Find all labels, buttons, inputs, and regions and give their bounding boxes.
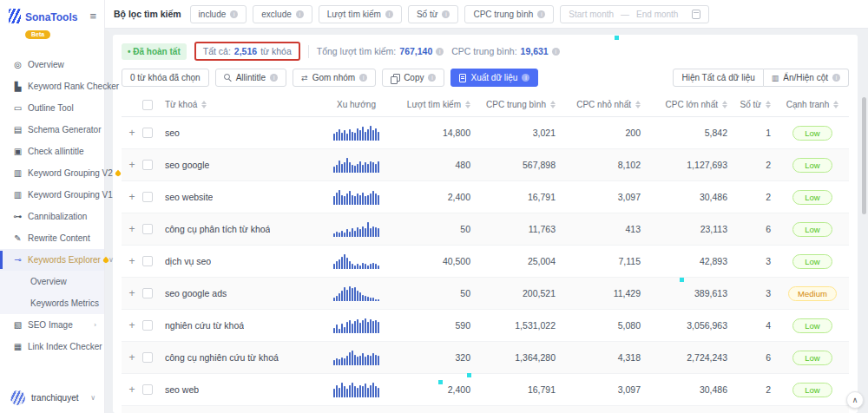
spark-bar <box>336 132 338 141</box>
spark-bar <box>375 355 377 365</box>
info-icon[interactable]: i <box>436 48 444 56</box>
spark-bar <box>378 322 379 333</box>
sidebar-item-keyword-grouping-v1[interactable]: ▥Keyword Grouping V1 <box>0 184 104 206</box>
sort-icon[interactable] <box>550 101 556 108</box>
row-checkbox[interactable] <box>142 256 153 266</box>
row-checkbox[interactable] <box>142 128 153 138</box>
date-range-picker[interactable]: Start month — End month <box>560 5 709 23</box>
spark-bar <box>344 327 345 333</box>
filter-chip-cpc-trung-b-nh[interactable]: CPC trung bìnhi <box>464 5 554 23</box>
spark-bar <box>352 383 353 397</box>
sort-icon[interactable] <box>201 101 207 108</box>
row-checkbox[interactable] <box>142 384 153 395</box>
column-header-kw[interactable]: Từ khoá <box>122 100 315 110</box>
expand-row-button[interactable]: + <box>122 159 142 171</box>
sidebar-item-overview[interactable]: ◎Overview <box>0 54 104 75</box>
total-keywords-box[interactable]: Tất cả: 2,516 từ khóa <box>194 42 300 61</box>
expand-row-button[interactable]: + <box>122 319 142 331</box>
sort-icon[interactable] <box>766 101 771 108</box>
sidebar-item-label: Overview <box>28 60 64 69</box>
end-month-placeholder[interactable]: End month <box>636 10 678 19</box>
row-checkbox[interactable] <box>142 224 153 234</box>
start-month-placeholder[interactable]: Start month <box>569 10 614 19</box>
toggle-columns-button[interactable]: ▥ Ẩn/Hiện cột i <box>764 69 849 87</box>
spark-bar <box>336 385 338 397</box>
merge-icon: ⇄ <box>301 74 308 82</box>
spark-bar <box>359 266 361 269</box>
row-checkbox[interactable] <box>142 288 153 298</box>
range-separator: — <box>621 10 629 19</box>
expand-row-button[interactable]: + <box>122 384 142 396</box>
user-menu[interactable]: tranchiquyet ∨ <box>0 390 104 405</box>
sidebar-item-outline-tool[interactable]: ▭Outline Tool <box>0 97 104 119</box>
column-header-comp[interactable]: Cạnh tranh <box>776 100 849 109</box>
sort-icon[interactable] <box>635 101 641 108</box>
trend-cell <box>315 189 398 205</box>
back-to-top-button[interactable]: ∧ <box>846 391 864 409</box>
cpc-max-cell: 23,113 <box>646 224 733 234</box>
spark-bar <box>352 324 353 333</box>
row-checkbox[interactable] <box>142 352 153 363</box>
sidebar-subitem-keywords-metrics[interactable]: Keywords Metrics <box>0 292 104 314</box>
sort-icon[interactable] <box>833 101 838 108</box>
hamburger-menu-icon[interactable]: ≡ <box>89 10 96 23</box>
copy-button[interactable]: Copy i <box>382 69 444 87</box>
expand-row-button[interactable]: + <box>122 127 142 139</box>
column-header-cpc_avg[interactable]: CPC trung bình <box>476 100 561 109</box>
filter-chip-l-t-t-m-ki-m[interactable]: Lượt tìm kiếmi <box>319 5 402 23</box>
column-header-cpc_max[interactable]: CPC lớn nhất <box>646 100 733 109</box>
spark-bar <box>333 233 335 237</box>
export-data-button[interactable]: Xuất dữ liệu i <box>450 69 538 87</box>
vertical-scrollbar[interactable] <box>862 97 866 214</box>
sidebar-item-keyword-grouping-v2[interactable]: ▥Keyword Grouping V2 <box>0 162 104 184</box>
sidebar-item-cannibalization[interactable]: ⊶Cannibalization <box>0 206 104 227</box>
expand-row-button[interactable]: + <box>122 223 142 235</box>
cpc-min-cell: 7,115 <box>561 256 646 266</box>
selected-keywords-button[interactable]: 0 từ khóa đã chọn <box>122 69 209 87</box>
spark-bar <box>357 264 358 269</box>
filter-chip-s-t-[interactable]: Số từi <box>408 5 458 23</box>
group-keywords-button[interactable]: ⇄ Gom nhóm i <box>293 69 376 87</box>
sort-asc-caret <box>635 101 641 104</box>
spark-bar <box>354 287 356 301</box>
select-all-checkbox[interactable] <box>142 100 153 110</box>
filter-chip-exclude[interactable]: excludei <box>253 5 312 23</box>
allintitle-button[interactable]: Allintitle i <box>215 69 286 87</box>
info-icon: i <box>385 10 393 18</box>
filter-chip-label: Lượt tìm kiếm <box>327 10 381 19</box>
info-icon[interactable]: i <box>552 48 560 56</box>
filter-chip-include[interactable]: includei <box>190 5 247 23</box>
sidebar-item-keyword-rank-checker[interactable]: ▙Keyword Rank Checker <box>0 75 104 97</box>
spark-bar <box>333 298 335 301</box>
sidebar-item-link-index-checker[interactable]: ▦Link Index Checker <box>0 336 104 357</box>
chevron-down-icon: ∨ <box>108 256 114 264</box>
sidebar-item-check-allintitle[interactable]: ▣Check allintitle <box>0 141 104 162</box>
spark-bar <box>344 254 345 269</box>
sort-icon[interactable] <box>465 101 470 108</box>
competition-cell: Low <box>776 222 849 237</box>
expand-row-button[interactable]: + <box>122 255 142 267</box>
column-header-words[interactable]: Số từ <box>733 100 776 109</box>
sidebar-item-keywords-explorer[interactable]: ⊸Keywords Explorer∨ <box>0 249 104 271</box>
show-all-data-button[interactable]: Hiện Tất cả dữ liệu <box>673 69 763 87</box>
expand-row-button[interactable]: + <box>122 287 142 299</box>
sort-asc-caret <box>465 101 470 104</box>
spark-bar <box>378 266 379 269</box>
sidebar-menu: ◎Overview▙Keyword Rank Checker▭Outline T… <box>0 54 104 357</box>
sidebar-item-seo-image[interactable]: ▧SEO Image› <box>0 314 104 336</box>
expand-row-button[interactable]: + <box>122 351 142 364</box>
row-checkbox[interactable] <box>142 320 153 331</box>
column-header-cpc_min[interactable]: CPC nhỏ nhất <box>561 100 646 109</box>
row-checkbox[interactable] <box>142 192 153 202</box>
table-row: +dịch vụ seo40,50025,0047,11542,8933Low <box>122 246 849 278</box>
sort-icon[interactable] <box>722 101 727 108</box>
expand-row-button[interactable]: + <box>122 191 142 203</box>
column-header-search[interactable]: Lượt tìm kiếm <box>398 100 476 109</box>
sidebar-item-rewrite-content[interactable]: ✎Rewrite Content <box>0 227 104 249</box>
row-checkbox[interactable] <box>142 160 153 170</box>
sidebar-item-label: Keyword Rank Checker <box>28 82 119 91</box>
spark-bar <box>333 264 335 269</box>
sidebar-item-schema-generator[interactable]: ▤Schema Generator <box>0 119 104 141</box>
sidebar-subitem-overview[interactable]: Overview <box>0 271 104 292</box>
spark-bar <box>344 162 345 173</box>
